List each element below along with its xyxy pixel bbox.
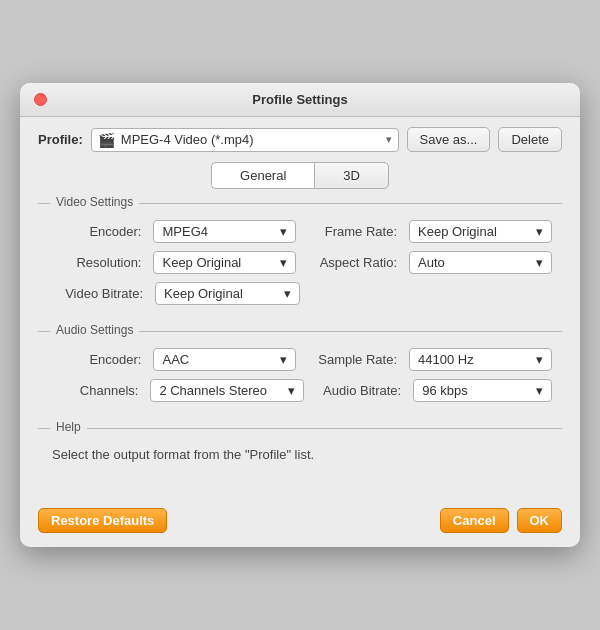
profile-value: MPEG-4 Video (*.mp4) xyxy=(121,132,380,147)
aspect-ratio-arrow: ▾ xyxy=(536,255,543,270)
profile-row: Profile: 🎬 MPEG-4 Video (*.mp4) ▾ Save a… xyxy=(38,127,562,152)
resolution-label: Resolution: xyxy=(48,255,141,270)
audio-bitrate-arrow: ▾ xyxy=(536,383,543,398)
profile-settings-window: Profile Settings Profile: 🎬 MPEG-4 Video… xyxy=(20,83,580,547)
video-bitrate-arrow: ▾ xyxy=(284,286,291,301)
save-as-button[interactable]: Save as... xyxy=(407,127,491,152)
channels-label: Channels: xyxy=(48,383,138,398)
profile-icon: 🎬 xyxy=(98,132,115,148)
audio-settings-body: Encoder: AAC ▾ Sample Rate: 44100 Hz ▾ C… xyxy=(38,340,562,414)
resolution-aspect-row: Resolution: Keep Original ▾ Aspect Ratio… xyxy=(48,251,552,274)
close-button[interactable] xyxy=(34,93,47,106)
video-bitrate-dropdown[interactable]: Keep Original ▾ xyxy=(155,282,300,305)
sample-rate-label: Sample Rate: xyxy=(308,352,397,367)
encoder-value: MPEG4 xyxy=(162,224,208,239)
main-content: Profile: 🎬 MPEG-4 Video (*.mp4) ▾ Save a… xyxy=(20,117,580,498)
audio-settings-section: Audio Settings Encoder: AAC ▾ Sample Rat… xyxy=(38,331,562,414)
video-bitrate-row: Video Bitrate: Keep Original ▾ xyxy=(48,282,552,305)
audio-bitrate-dropdown[interactable]: 96 kbps ▾ xyxy=(413,379,552,402)
encoder-dropdown[interactable]: MPEG4 ▾ xyxy=(153,220,296,243)
channels-value: 2 Channels Stereo xyxy=(159,383,267,398)
footer: Restore Defaults Cancel OK xyxy=(20,498,580,547)
sample-rate-value: 44100 Hz xyxy=(418,352,474,367)
title-bar: Profile Settings xyxy=(20,83,580,117)
audio-settings-title: Audio Settings xyxy=(50,323,139,337)
audio-bitrate-label: Audio Bitrate: xyxy=(316,383,402,398)
delete-button[interactable]: Delete xyxy=(498,127,562,152)
cancel-button[interactable]: Cancel xyxy=(440,508,509,533)
resolution-dropdown[interactable]: Keep Original ▾ xyxy=(153,251,296,274)
help-section: Help Select the output format from the "… xyxy=(38,428,562,470)
frame-rate-value: Keep Original xyxy=(418,224,497,239)
audio-encoder-arrow: ▾ xyxy=(280,352,287,367)
footer-right-buttons: Cancel OK xyxy=(440,508,562,533)
aspect-ratio-dropdown[interactable]: Auto ▾ xyxy=(409,251,552,274)
aspect-ratio-label: Aspect Ratio: xyxy=(308,255,397,270)
resolution-value: Keep Original xyxy=(162,255,241,270)
encoder-label: Encoder: xyxy=(48,224,141,239)
tab-general[interactable]: General xyxy=(211,162,314,189)
help-title: Help xyxy=(50,420,87,434)
encoder-arrow: ▾ xyxy=(280,224,287,239)
tab-3d[interactable]: 3D xyxy=(314,162,389,189)
video-settings-section: Video Settings Encoder: MPEG4 ▾ Frame Ra… xyxy=(38,203,562,317)
profile-dropdown-arrow: ▾ xyxy=(386,133,392,146)
audio-encoder-sample-row: Encoder: AAC ▾ Sample Rate: 44100 Hz ▾ xyxy=(48,348,552,371)
video-bitrate-label: Video Bitrate: xyxy=(48,286,143,301)
frame-rate-arrow: ▾ xyxy=(536,224,543,239)
channels-arrow: ▾ xyxy=(288,383,295,398)
ok-button[interactable]: OK xyxy=(517,508,563,533)
sample-rate-dropdown[interactable]: 44100 Hz ▾ xyxy=(409,348,552,371)
frame-rate-dropdown[interactable]: Keep Original ▾ xyxy=(409,220,552,243)
audio-encoder-value: AAC xyxy=(162,352,189,367)
restore-defaults-button[interactable]: Restore Defaults xyxy=(38,508,167,533)
encoder-frame-rate-row: Encoder: MPEG4 ▾ Frame Rate: Keep Origin… xyxy=(48,220,552,243)
audio-encoder-dropdown[interactable]: AAC ▾ xyxy=(153,348,296,371)
video-settings-title: Video Settings xyxy=(50,195,139,209)
profile-label: Profile: xyxy=(38,132,83,147)
help-text: Select the output format from the "Profi… xyxy=(38,437,562,470)
video-bitrate-value: Keep Original xyxy=(164,286,243,301)
resolution-arrow: ▾ xyxy=(280,255,287,270)
channels-dropdown[interactable]: 2 Channels Stereo ▾ xyxy=(150,379,303,402)
aspect-ratio-value: Auto xyxy=(418,255,445,270)
sample-rate-arrow: ▾ xyxy=(536,352,543,367)
channels-bitrate-row: Channels: 2 Channels Stereo ▾ Audio Bitr… xyxy=(48,379,552,402)
profile-dropdown[interactable]: 🎬 MPEG-4 Video (*.mp4) ▾ xyxy=(91,128,399,152)
audio-encoder-label: Encoder: xyxy=(48,352,141,367)
tabs-row: General 3D xyxy=(38,162,562,189)
frame-rate-label: Frame Rate: xyxy=(308,224,397,239)
window-title: Profile Settings xyxy=(252,92,347,107)
video-settings-body: Encoder: MPEG4 ▾ Frame Rate: Keep Origin… xyxy=(38,212,562,317)
audio-bitrate-value: 96 kbps xyxy=(422,383,468,398)
